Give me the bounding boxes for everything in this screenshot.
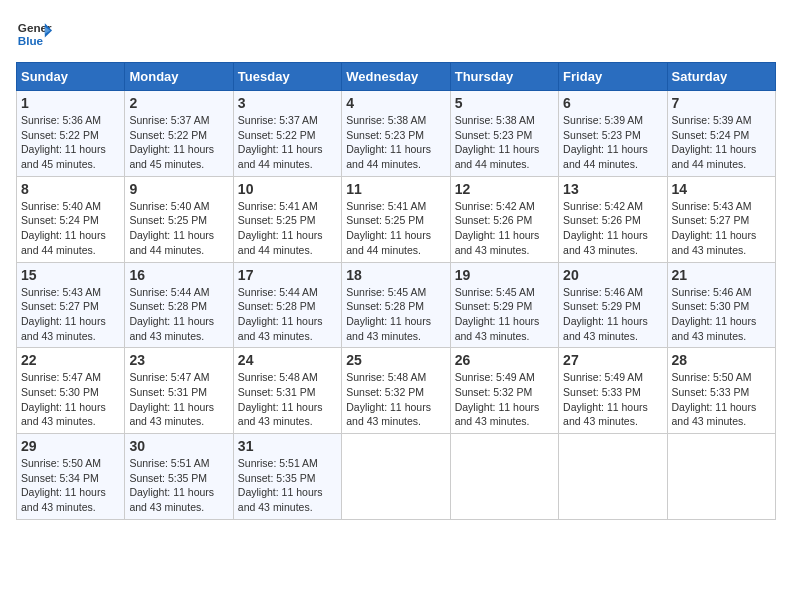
day-info: Sunrise: 5:43 AMSunset: 5:27 PMDaylight:… bbox=[672, 200, 757, 256]
calendar-table: SundayMondayTuesdayWednesdayThursdayFrid… bbox=[16, 62, 776, 520]
day-number: 11 bbox=[346, 181, 445, 197]
day-info: Sunrise: 5:40 AMSunset: 5:25 PMDaylight:… bbox=[129, 200, 214, 256]
calendar-cell: 4Sunrise: 5:38 AMSunset: 5:23 PMDaylight… bbox=[342, 91, 450, 177]
calendar-cell: 22Sunrise: 5:47 AMSunset: 5:30 PMDayligh… bbox=[17, 348, 125, 434]
day-number: 19 bbox=[455, 267, 554, 283]
day-info: Sunrise: 5:37 AMSunset: 5:22 PMDaylight:… bbox=[129, 114, 214, 170]
calendar-cell: 27Sunrise: 5:49 AMSunset: 5:33 PMDayligh… bbox=[559, 348, 667, 434]
calendar-cell bbox=[667, 434, 775, 520]
day-info: Sunrise: 5:49 AMSunset: 5:32 PMDaylight:… bbox=[455, 371, 540, 427]
day-number: 16 bbox=[129, 267, 228, 283]
day-header-wednesday: Wednesday bbox=[342, 63, 450, 91]
day-number: 6 bbox=[563, 95, 662, 111]
calendar-cell: 16Sunrise: 5:44 AMSunset: 5:28 PMDayligh… bbox=[125, 262, 233, 348]
calendar-cell: 18Sunrise: 5:45 AMSunset: 5:28 PMDayligh… bbox=[342, 262, 450, 348]
day-number: 7 bbox=[672, 95, 771, 111]
day-info: Sunrise: 5:45 AMSunset: 5:28 PMDaylight:… bbox=[346, 286, 431, 342]
day-number: 28 bbox=[672, 352, 771, 368]
calendar-week-5: 29Sunrise: 5:50 AMSunset: 5:34 PMDayligh… bbox=[17, 434, 776, 520]
logo-icon: General Blue bbox=[16, 16, 52, 52]
calendar-cell: 9Sunrise: 5:40 AMSunset: 5:25 PMDaylight… bbox=[125, 176, 233, 262]
calendar-cell: 6Sunrise: 5:39 AMSunset: 5:23 PMDaylight… bbox=[559, 91, 667, 177]
header: General Blue bbox=[16, 16, 776, 52]
calendar-cell: 14Sunrise: 5:43 AMSunset: 5:27 PMDayligh… bbox=[667, 176, 775, 262]
calendar-cell: 25Sunrise: 5:48 AMSunset: 5:32 PMDayligh… bbox=[342, 348, 450, 434]
day-number: 23 bbox=[129, 352, 228, 368]
calendar-cell: 10Sunrise: 5:41 AMSunset: 5:25 PMDayligh… bbox=[233, 176, 341, 262]
calendar-cell: 24Sunrise: 5:48 AMSunset: 5:31 PMDayligh… bbox=[233, 348, 341, 434]
day-info: Sunrise: 5:44 AMSunset: 5:28 PMDaylight:… bbox=[238, 286, 323, 342]
calendar-cell: 21Sunrise: 5:46 AMSunset: 5:30 PMDayligh… bbox=[667, 262, 775, 348]
day-number: 1 bbox=[21, 95, 120, 111]
calendar-week-4: 22Sunrise: 5:47 AMSunset: 5:30 PMDayligh… bbox=[17, 348, 776, 434]
day-info: Sunrise: 5:46 AMSunset: 5:30 PMDaylight:… bbox=[672, 286, 757, 342]
calendar-cell bbox=[342, 434, 450, 520]
day-info: Sunrise: 5:39 AMSunset: 5:23 PMDaylight:… bbox=[563, 114, 648, 170]
day-number: 20 bbox=[563, 267, 662, 283]
calendar-cell: 23Sunrise: 5:47 AMSunset: 5:31 PMDayligh… bbox=[125, 348, 233, 434]
day-info: Sunrise: 5:39 AMSunset: 5:24 PMDaylight:… bbox=[672, 114, 757, 170]
day-header-friday: Friday bbox=[559, 63, 667, 91]
day-number: 13 bbox=[563, 181, 662, 197]
day-info: Sunrise: 5:47 AMSunset: 5:31 PMDaylight:… bbox=[129, 371, 214, 427]
logo: General Blue bbox=[16, 16, 52, 52]
day-header-thursday: Thursday bbox=[450, 63, 558, 91]
day-info: Sunrise: 5:48 AMSunset: 5:31 PMDaylight:… bbox=[238, 371, 323, 427]
calendar-cell bbox=[450, 434, 558, 520]
calendar-cell: 19Sunrise: 5:45 AMSunset: 5:29 PMDayligh… bbox=[450, 262, 558, 348]
day-number: 9 bbox=[129, 181, 228, 197]
calendar-cell: 29Sunrise: 5:50 AMSunset: 5:34 PMDayligh… bbox=[17, 434, 125, 520]
day-number: 22 bbox=[21, 352, 120, 368]
day-number: 12 bbox=[455, 181, 554, 197]
day-info: Sunrise: 5:40 AMSunset: 5:24 PMDaylight:… bbox=[21, 200, 106, 256]
calendar-cell: 30Sunrise: 5:51 AMSunset: 5:35 PMDayligh… bbox=[125, 434, 233, 520]
day-number: 25 bbox=[346, 352, 445, 368]
day-info: Sunrise: 5:51 AMSunset: 5:35 PMDaylight:… bbox=[129, 457, 214, 513]
calendar-cell: 8Sunrise: 5:40 AMSunset: 5:24 PMDaylight… bbox=[17, 176, 125, 262]
calendar-cell: 13Sunrise: 5:42 AMSunset: 5:26 PMDayligh… bbox=[559, 176, 667, 262]
day-number: 26 bbox=[455, 352, 554, 368]
day-number: 14 bbox=[672, 181, 771, 197]
day-number: 29 bbox=[21, 438, 120, 454]
calendar-cell: 28Sunrise: 5:50 AMSunset: 5:33 PMDayligh… bbox=[667, 348, 775, 434]
day-info: Sunrise: 5:46 AMSunset: 5:29 PMDaylight:… bbox=[563, 286, 648, 342]
day-info: Sunrise: 5:42 AMSunset: 5:26 PMDaylight:… bbox=[563, 200, 648, 256]
day-number: 24 bbox=[238, 352, 337, 368]
day-number: 31 bbox=[238, 438, 337, 454]
day-header-tuesday: Tuesday bbox=[233, 63, 341, 91]
day-number: 15 bbox=[21, 267, 120, 283]
day-number: 18 bbox=[346, 267, 445, 283]
day-number: 3 bbox=[238, 95, 337, 111]
day-info: Sunrise: 5:41 AMSunset: 5:25 PMDaylight:… bbox=[346, 200, 431, 256]
day-info: Sunrise: 5:50 AMSunset: 5:33 PMDaylight:… bbox=[672, 371, 757, 427]
day-info: Sunrise: 5:38 AMSunset: 5:23 PMDaylight:… bbox=[346, 114, 431, 170]
calendar-week-2: 8Sunrise: 5:40 AMSunset: 5:24 PMDaylight… bbox=[17, 176, 776, 262]
calendar-cell: 12Sunrise: 5:42 AMSunset: 5:26 PMDayligh… bbox=[450, 176, 558, 262]
day-info: Sunrise: 5:51 AMSunset: 5:35 PMDaylight:… bbox=[238, 457, 323, 513]
day-info: Sunrise: 5:41 AMSunset: 5:25 PMDaylight:… bbox=[238, 200, 323, 256]
day-info: Sunrise: 5:48 AMSunset: 5:32 PMDaylight:… bbox=[346, 371, 431, 427]
calendar-cell: 11Sunrise: 5:41 AMSunset: 5:25 PMDayligh… bbox=[342, 176, 450, 262]
day-header-saturday: Saturday bbox=[667, 63, 775, 91]
day-info: Sunrise: 5:45 AMSunset: 5:29 PMDaylight:… bbox=[455, 286, 540, 342]
day-number: 10 bbox=[238, 181, 337, 197]
day-number: 30 bbox=[129, 438, 228, 454]
day-number: 21 bbox=[672, 267, 771, 283]
day-header-sunday: Sunday bbox=[17, 63, 125, 91]
calendar-cell: 15Sunrise: 5:43 AMSunset: 5:27 PMDayligh… bbox=[17, 262, 125, 348]
day-number: 27 bbox=[563, 352, 662, 368]
day-info: Sunrise: 5:38 AMSunset: 5:23 PMDaylight:… bbox=[455, 114, 540, 170]
day-info: Sunrise: 5:49 AMSunset: 5:33 PMDaylight:… bbox=[563, 371, 648, 427]
day-header-monday: Monday bbox=[125, 63, 233, 91]
calendar-cell: 20Sunrise: 5:46 AMSunset: 5:29 PMDayligh… bbox=[559, 262, 667, 348]
calendar-cell: 17Sunrise: 5:44 AMSunset: 5:28 PMDayligh… bbox=[233, 262, 341, 348]
calendar-cell: 2Sunrise: 5:37 AMSunset: 5:22 PMDaylight… bbox=[125, 91, 233, 177]
calendar-cell: 31Sunrise: 5:51 AMSunset: 5:35 PMDayligh… bbox=[233, 434, 341, 520]
calendar-cell bbox=[559, 434, 667, 520]
calendar-week-3: 15Sunrise: 5:43 AMSunset: 5:27 PMDayligh… bbox=[17, 262, 776, 348]
day-info: Sunrise: 5:50 AMSunset: 5:34 PMDaylight:… bbox=[21, 457, 106, 513]
header-row: SundayMondayTuesdayWednesdayThursdayFrid… bbox=[17, 63, 776, 91]
day-number: 4 bbox=[346, 95, 445, 111]
day-info: Sunrise: 5:42 AMSunset: 5:26 PMDaylight:… bbox=[455, 200, 540, 256]
calendar-cell: 5Sunrise: 5:38 AMSunset: 5:23 PMDaylight… bbox=[450, 91, 558, 177]
